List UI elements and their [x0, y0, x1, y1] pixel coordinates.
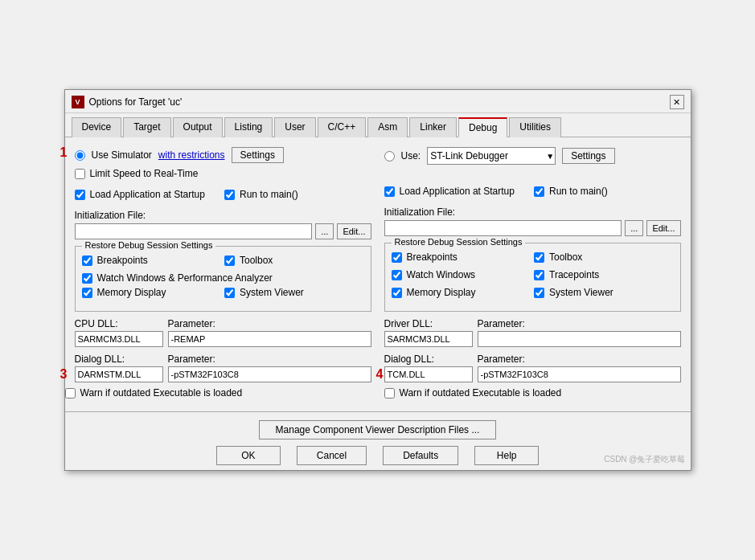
dialog-title: Options for Target 'uc'	[89, 96, 183, 108]
warn-right-checkbox[interactable]	[384, 388, 395, 399]
system-viewer-right-label: System Viewer	[549, 287, 613, 298]
limit-speed-label: Limit Speed to Real-Time	[90, 168, 199, 179]
run-to-main-left-checkbox[interactable]	[224, 190, 235, 200]
watch-windows-left-label: Watch Windows & Performance Analyzer	[97, 272, 273, 284]
use-debugger-radio[interactable]	[384, 151, 395, 161]
debugger-select[interactable]: ST-Link Debugger	[427, 147, 556, 165]
edit-right-button[interactable]: Edit...	[646, 220, 680, 236]
toolbox-left-checkbox[interactable]	[224, 255, 235, 266]
edit-left-button[interactable]: Edit...	[337, 223, 371, 239]
limit-speed-row: Limit Speed to Real-Time	[75, 168, 371, 179]
tab-user[interactable]: User	[274, 117, 315, 137]
memory-display-right-checkbox[interactable]	[392, 288, 402, 298]
tab-linker[interactable]: Linker	[409, 117, 457, 137]
dialog-dll-left-input[interactable]	[75, 366, 163, 382]
cancel-button[interactable]: Cancel	[297, 446, 367, 465]
tab-cpp[interactable]: C/C++	[318, 117, 367, 137]
title-bar: V Options for Target 'uc' ✕	[65, 90, 691, 113]
cpu-param-header: Parameter:	[168, 318, 371, 329]
tab-utilities[interactable]: Utilities	[509, 117, 561, 137]
tracepoints-right-checkbox[interactable]	[534, 270, 544, 280]
toolbox-right-label: Toolbox	[549, 251, 582, 263]
breakpoints-right-label: Breakpoints	[407, 251, 458, 263]
memory-display-left-label: Memory Display	[97, 287, 166, 298]
tab-output[interactable]: Output	[173, 117, 223, 137]
driver-dll-input[interactable]	[384, 331, 473, 347]
run-to-main-right-label: Run to main()	[549, 186, 608, 197]
close-button[interactable]: ✕	[670, 95, 684, 109]
load-app-left-label: Load Application at Startup	[90, 189, 205, 200]
watch-windows-right-checkbox[interactable]	[392, 270, 402, 280]
with-restrictions-link[interactable]: with restrictions	[158, 149, 225, 161]
limit-speed-checkbox[interactable]	[75, 169, 85, 179]
cpu-dll-input[interactable]	[75, 331, 163, 347]
right-panel: Use: ST-Link Debugger ▼ Settings Load Ap…	[381, 144, 684, 402]
breakpoints-right-checkbox[interactable]	[392, 252, 402, 263]
bottom-section: Manage Component Viewer Description File…	[65, 415, 691, 470]
app-icon: V	[72, 96, 84, 108]
dialog-dll-left-header: Dialog DLL:	[75, 354, 163, 365]
watermark: CSDN @兔子爱吃草莓	[604, 454, 685, 465]
watch-windows-left-checkbox[interactable]	[82, 273, 92, 284]
annotation-4: 4	[376, 367, 384, 382]
warn-left-row: Warn if outdated Executable is loaded	[75, 387, 371, 399]
system-viewer-right-checkbox[interactable]	[534, 288, 544, 298]
main-content: 1 Use Simulator with restrictions Settin…	[65, 137, 691, 408]
warn-left-checkbox[interactable]	[65, 388, 76, 399]
simulator-settings-button[interactable]: Settings	[232, 147, 284, 163]
main-dialog: V Options for Target 'uc' ✕ Device Targe…	[64, 89, 691, 471]
ok-button[interactable]: OK	[216, 446, 281, 465]
restore-debug-left-title: Restore Debug Session Settings	[82, 240, 216, 250]
toolbox-right-checkbox[interactable]	[534, 252, 544, 263]
driver-dll-section: Driver DLL: Parameter:	[384, 318, 681, 347]
driver-param-header: Parameter:	[478, 318, 681, 329]
driver-param-input[interactable]	[478, 331, 681, 347]
load-app-right-checkbox[interactable]	[384, 186, 395, 197]
driver-dll-header: Driver DLL:	[384, 318, 473, 329]
breakpoints-left-checkbox[interactable]	[82, 255, 92, 266]
init-file-right-input[interactable]	[384, 220, 622, 236]
defaults-button[interactable]: Defaults	[383, 446, 458, 465]
annotation-1: 1	[60, 145, 68, 160]
load-app-left-checkbox[interactable]	[75, 190, 85, 200]
restore-debug-right-title: Restore Debug Session Settings	[392, 237, 526, 247]
browse-left-button[interactable]: ...	[315, 223, 334, 239]
dialog-param-right-header: Parameter:	[478, 354, 681, 365]
dialog-dll-right-section: Dialog DLL: Parameter: 4	[384, 354, 681, 382]
memory-display-right-label: Memory Display	[407, 287, 476, 298]
tab-debug[interactable]: Debug	[458, 117, 507, 137]
dialog-param-left-header: Parameter:	[168, 354, 371, 365]
use-simulator-label: Use Simulator	[92, 149, 152, 161]
system-viewer-left-checkbox[interactable]	[224, 288, 235, 298]
browse-right-button[interactable]: ...	[625, 220, 643, 236]
debugger-settings-button[interactable]: Settings	[562, 148, 614, 164]
manage-component-button[interactable]: Manage Component Viewer Description File…	[259, 420, 497, 439]
load-app-right-label: Load Application at Startup	[400, 186, 515, 197]
debugger-select-wrapper: ST-Link Debugger ▼	[427, 147, 556, 165]
use-simulator-radio[interactable]	[75, 150, 85, 161]
tab-asm[interactable]: Asm	[367, 117, 408, 137]
use-label: Use:	[401, 150, 421, 161]
breakpoints-left-label: Breakpoints	[97, 255, 148, 266]
help-button[interactable]: Help	[474, 446, 539, 465]
tracepoints-right-label: Tracepoints	[549, 269, 599, 280]
init-file-left-label: Initialization File:	[75, 210, 371, 221]
cpu-param-input[interactable]	[168, 331, 371, 347]
tab-target[interactable]: Target	[123, 117, 170, 137]
cpu-dll-section: CPU DLL: Parameter:	[75, 318, 371, 347]
toolbox-left-label: Toolbox	[240, 255, 273, 266]
warn-right-label: Warn if outdated Executable is loaded	[400, 387, 562, 399]
run-to-main-right-checkbox[interactable]	[534, 186, 544, 197]
run-to-main-left-label: Run to main()	[240, 189, 298, 200]
dialog-dll-right-input[interactable]	[384, 366, 473, 382]
dialog-param-right-input[interactable]	[478, 366, 681, 382]
left-panel: 1 Use Simulator with restrictions Settin…	[72, 144, 375, 402]
dialog-param-left-input[interactable]	[168, 366, 371, 382]
tab-device[interactable]: Device	[72, 117, 122, 137]
dialog-dll-left-section: Dialog DLL: Parameter: 3	[75, 354, 371, 382]
memory-display-left-checkbox[interactable]	[82, 288, 92, 298]
restore-debug-left-group: Restore Debug Session Settings Breakpoin…	[75, 246, 371, 312]
dialog-dll-right-header: Dialog DLL:	[384, 354, 473, 365]
tab-listing[interactable]: Listing	[224, 117, 273, 137]
init-file-left-input[interactable]	[75, 223, 313, 239]
